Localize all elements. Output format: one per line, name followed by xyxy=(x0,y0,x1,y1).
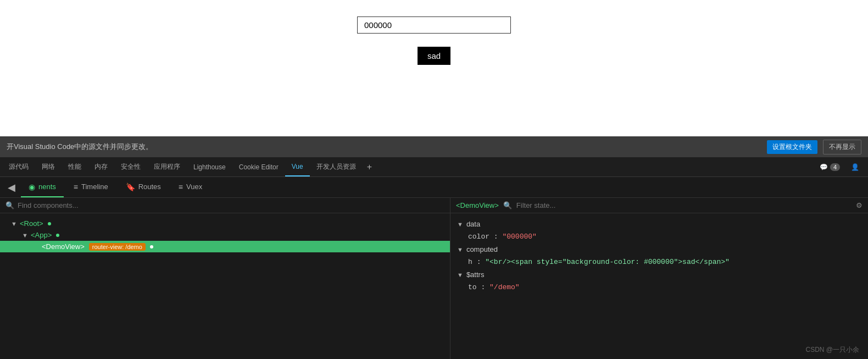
state-value-h: "<br/><span style="background-color: #00… xyxy=(485,258,730,266)
add-tab-btn[interactable]: + xyxy=(363,162,376,172)
tab-network[interactable]: 网络 xyxy=(35,157,62,176)
subtab-routes-label: Routes xyxy=(138,183,161,191)
filter-icon: 🔍 xyxy=(503,201,512,209)
component-search-input[interactable] xyxy=(18,201,444,209)
section-arrow-computed: ▼ xyxy=(457,246,463,253)
filter-state-input[interactable] xyxy=(516,201,852,209)
tab-performance[interactable]: 性能 xyxy=(62,157,88,176)
section-arrow-attrs: ▼ xyxy=(457,272,463,278)
state-item-to: to : "/demo" xyxy=(450,281,868,294)
components-icon: ◉ xyxy=(29,183,35,191)
subtab-components[interactable]: ◉ nents xyxy=(21,177,64,197)
state-colon-color: : xyxy=(494,233,503,241)
dismiss-btn[interactable]: 不再显示 xyxy=(823,140,861,154)
devtools-panels: 🔍 ▼ <Root> ▼ <App> <DemoView> router-vie… xyxy=(0,198,868,359)
tree-dot-root xyxy=(48,222,51,225)
search-icon: 🔍 xyxy=(5,201,14,209)
tab-security[interactable]: 安全性 xyxy=(114,157,147,176)
state-panel: <DemoView> 🔍 ⚙ ▼ data color : "000000" ▼… xyxy=(450,198,868,359)
tree-arrow-root: ▼ xyxy=(11,220,18,227)
tab-application[interactable]: 应用程序 xyxy=(147,157,187,176)
settings-root-btn[interactable]: 设置根文件夹 xyxy=(767,140,817,154)
chat-badge: 4 xyxy=(830,163,840,171)
subtab-timeline-label: Timeline xyxy=(81,183,108,191)
component-tree: ▼ <Root> ▼ <App> <DemoView> router-view:… xyxy=(0,213,450,359)
section-name-data: data xyxy=(466,220,480,228)
chat-icon: 💬 xyxy=(820,163,828,171)
state-colon-to: : xyxy=(481,283,489,291)
routes-icon: 🔖 xyxy=(126,183,135,191)
user-icon[interactable]: 👤 xyxy=(844,157,866,176)
component-tree-panel: 🔍 ▼ <Root> ▼ <App> <DemoView> router-vie… xyxy=(0,198,450,359)
tree-arrow-app: ▼ xyxy=(22,232,29,239)
subtab-vuex-label: Vuex xyxy=(186,183,202,191)
tab-dev-resources[interactable]: 开发人员资源 xyxy=(310,157,363,176)
state-key-h: h xyxy=(468,258,472,266)
section-name-computed: computed xyxy=(466,245,498,253)
selected-component-name: <DemoView> xyxy=(456,201,499,209)
tab-memory[interactable]: 内存 xyxy=(88,157,114,176)
back-btn[interactable]: ◀ xyxy=(4,177,19,197)
vue-subtabs: ◀ ◉ nents ≡ Timeline 🔖 Routes ≡ Vuex xyxy=(0,177,868,198)
tree-item-demoview[interactable]: <DemoView> router-view: /demo xyxy=(0,241,450,252)
sad-button[interactable]: sad xyxy=(418,47,450,65)
section-header-attrs[interactable]: ▼ $attrs xyxy=(450,268,868,281)
state-items-panel: ▼ data color : "000000" ▼ computed h : "… xyxy=(450,213,868,359)
component-search-bar: 🔍 xyxy=(0,198,450,213)
tab-source-code[interactable]: 源代码 xyxy=(2,157,35,176)
state-panel-header: <DemoView> 🔍 ⚙ xyxy=(450,198,868,213)
watermark: CSDN @一只小余 xyxy=(805,345,859,355)
tab-vue[interactable]: Vue xyxy=(285,157,310,176)
settings-icon[interactable]: ⚙ xyxy=(856,201,863,209)
state-colon-h: : xyxy=(477,258,486,266)
notification-bar: 开Visual Studio Code中的源文件并同步更改。 设置根文件夹 不再… xyxy=(0,136,868,157)
tree-dot-app xyxy=(56,234,59,237)
section-header-computed[interactable]: ▼ computed xyxy=(450,243,868,256)
notification-message: 开Visual Studio Code中的源文件并同步更改。 xyxy=(7,142,761,152)
tab-cookie-editor[interactable]: Cookie Editor xyxy=(232,157,285,176)
tree-item-root[interactable]: ▼ <Root> xyxy=(0,218,450,229)
subtab-vuex[interactable]: ≡ Vuex xyxy=(171,177,210,197)
subtab-components-label: nents xyxy=(38,183,56,191)
state-item-color: color : "000000" xyxy=(450,230,868,243)
tree-tag-app: <App> xyxy=(31,231,52,239)
route-badge-demoview: router-view: /demo xyxy=(89,243,146,251)
subtab-routes[interactable]: 🔖 Routes xyxy=(118,177,169,197)
section-name-attrs: $attrs xyxy=(466,270,485,279)
browser-content: sad xyxy=(0,0,868,136)
tree-tag-demoview: <DemoView> xyxy=(42,242,85,251)
state-item-h: h : "<br/><span style="background-color:… xyxy=(450,256,868,268)
subtab-timeline[interactable]: ≡ Timeline xyxy=(66,177,116,197)
section-header-data[interactable]: ▼ data xyxy=(450,218,868,230)
chat-tab[interactable]: 💬 4 xyxy=(815,163,844,171)
state-value-color: "000000" xyxy=(502,233,536,241)
timeline-icon: ≡ xyxy=(74,183,78,191)
state-key-to: to xyxy=(468,283,477,291)
state-value-to: "/demo" xyxy=(489,283,520,291)
vuex-icon: ≡ xyxy=(179,183,183,191)
tree-dot-demoview xyxy=(150,245,153,248)
tab-lighthouse[interactable]: Lighthouse xyxy=(187,157,232,176)
section-arrow-data: ▼ xyxy=(457,221,463,228)
tree-item-app[interactable]: ▼ <App> xyxy=(0,229,450,241)
tree-tag-root: <Root> xyxy=(20,219,43,228)
color-input[interactable] xyxy=(357,16,511,34)
devtools-tab-bar: 源代码 网络 性能 内存 安全性 应用程序 Lighthouse Cookie … xyxy=(0,157,868,177)
state-key-color: color xyxy=(468,233,489,241)
